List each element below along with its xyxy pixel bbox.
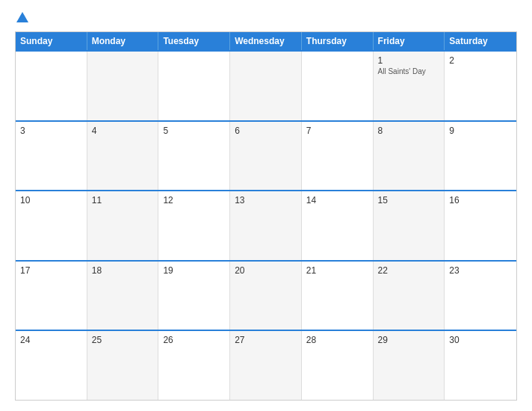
header-cell-tuesday: Tuesday xyxy=(158,32,230,50)
cal-cell: 18 xyxy=(87,262,159,330)
page: SundayMondayTuesdayWednesdayThursdayFrid… xyxy=(0,0,532,411)
cal-cell: 23 xyxy=(445,262,516,330)
cal-cell: 21 xyxy=(302,262,374,330)
day-number: 11 xyxy=(92,195,154,206)
day-number: 2 xyxy=(449,55,512,66)
logo xyxy=(15,13,30,24)
day-number: 21 xyxy=(306,265,368,276)
logo-triangle-icon xyxy=(16,12,28,22)
cal-cell: 20 xyxy=(230,262,302,330)
day-number: 3 xyxy=(20,126,82,136)
cal-cell: 17 xyxy=(16,262,87,330)
day-number: 7 xyxy=(306,126,368,136)
cal-cell: 28 xyxy=(302,331,374,400)
calendar-body: 1All Saints' Day234567891011121314151617… xyxy=(16,50,516,400)
day-number: 15 xyxy=(378,195,440,206)
cal-cell: 10 xyxy=(16,191,87,260)
cal-cell: 30 xyxy=(445,331,516,400)
cal-cell xyxy=(302,52,374,120)
holiday-label: All Saints' Day xyxy=(378,67,440,76)
day-number: 14 xyxy=(306,195,368,206)
day-number: 13 xyxy=(235,195,297,206)
cal-cell xyxy=(230,52,302,120)
cal-cell: 2 xyxy=(445,52,516,120)
day-number: 22 xyxy=(378,265,440,276)
day-number: 20 xyxy=(235,265,297,276)
day-number: 8 xyxy=(378,126,440,136)
header-cell-friday: Friday xyxy=(374,32,445,50)
cal-cell: 9 xyxy=(445,122,516,191)
calendar-week-0: 1All Saints' Day2 xyxy=(16,50,516,120)
day-number: 18 xyxy=(92,265,154,276)
day-number: 26 xyxy=(163,335,225,345)
header-cell-thursday: Thursday xyxy=(302,32,374,50)
day-number: 30 xyxy=(449,335,512,345)
day-number: 17 xyxy=(20,265,82,276)
cal-cell: 7 xyxy=(302,122,374,191)
day-number: 16 xyxy=(449,195,512,206)
day-number: 10 xyxy=(20,195,82,206)
cal-cell: 6 xyxy=(230,122,302,191)
day-number: 1 xyxy=(378,55,440,66)
day-number: 28 xyxy=(306,335,368,345)
cal-cell xyxy=(158,52,230,120)
day-number: 4 xyxy=(92,126,154,136)
cal-cell: 3 xyxy=(16,122,87,191)
cal-cell: 14 xyxy=(302,191,374,260)
cal-cell: 8 xyxy=(374,122,445,191)
cal-cell: 24 xyxy=(16,331,87,400)
cal-cell xyxy=(16,52,87,120)
cal-cell: 11 xyxy=(87,191,159,260)
cal-cell: 15 xyxy=(374,191,445,260)
day-number: 25 xyxy=(92,335,154,345)
calendar-week-3: 17181920212223 xyxy=(16,260,516,330)
calendar-week-4: 24252627282930 xyxy=(16,330,516,400)
day-number: 19 xyxy=(163,265,225,276)
day-number: 24 xyxy=(20,335,82,345)
cal-cell: 27 xyxy=(230,331,302,400)
day-number: 23 xyxy=(449,265,512,276)
cal-cell: 13 xyxy=(230,191,302,260)
day-number: 12 xyxy=(163,195,225,206)
cal-cell: 26 xyxy=(158,331,230,400)
header-cell-saturday: Saturday xyxy=(445,32,516,50)
day-number: 9 xyxy=(449,126,512,136)
cal-cell: 1All Saints' Day xyxy=(374,52,445,120)
cal-cell xyxy=(87,52,159,120)
calendar: SundayMondayTuesdayWednesdayThursdayFrid… xyxy=(15,31,517,401)
cal-cell: 12 xyxy=(158,191,230,260)
day-number: 5 xyxy=(163,126,225,136)
cal-cell: 25 xyxy=(87,331,159,400)
calendar-week-2: 10111213141516 xyxy=(16,190,516,260)
day-number: 6 xyxy=(235,126,297,136)
header-cell-sunday: Sunday xyxy=(16,32,87,50)
day-number: 27 xyxy=(235,335,297,345)
header-cell-wednesday: Wednesday xyxy=(230,32,302,50)
cal-cell: 5 xyxy=(158,122,230,191)
header-cell-monday: Monday xyxy=(87,32,159,50)
header xyxy=(15,13,517,24)
cal-cell: 4 xyxy=(87,122,159,191)
day-number: 29 xyxy=(378,335,440,345)
cal-cell: 16 xyxy=(445,191,516,260)
cal-cell: 22 xyxy=(374,262,445,330)
calendar-header-row: SundayMondayTuesdayWednesdayThursdayFrid… xyxy=(16,32,516,50)
cal-cell: 29 xyxy=(374,331,445,400)
cal-cell: 19 xyxy=(158,262,230,330)
calendar-week-1: 3456789 xyxy=(16,120,516,191)
